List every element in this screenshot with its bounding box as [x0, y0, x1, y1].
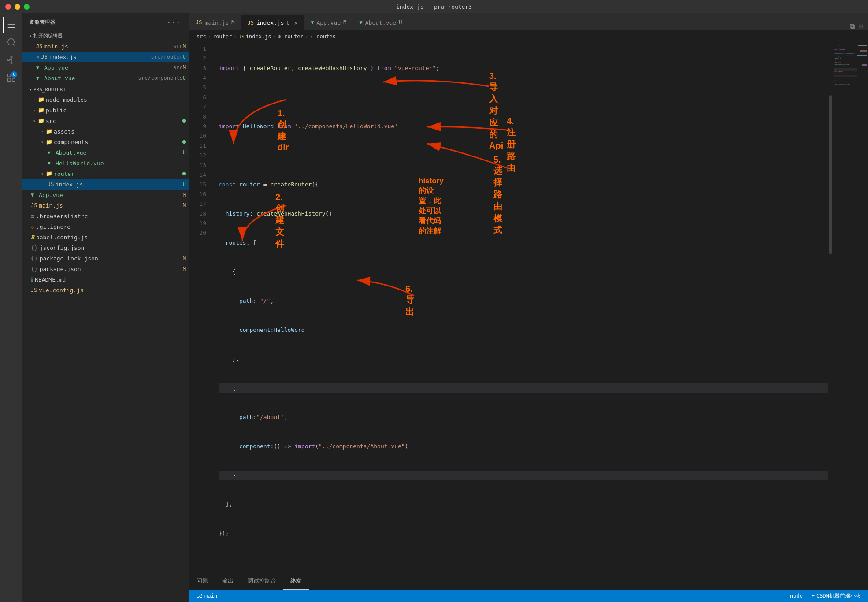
traffic-lights [5, 4, 30, 10]
arrow-icon: ▾ [29, 33, 32, 38]
open-editors-section[interactable]: ▾ 打开的编辑器 [22, 31, 189, 41]
expand-icon: › [39, 129, 46, 134]
tree-public[interactable]: › 📁 public [22, 105, 189, 115]
panel-tab-label: 问题 [197, 577, 208, 585]
tab-label: index.js [256, 19, 284, 26]
panel-tab-problems[interactable]: 问题 [189, 572, 215, 590]
csdn-status[interactable]: + CSDN机器前端小火 [810, 592, 863, 600]
tree-package-json[interactable]: {} package.json M [22, 264, 189, 274]
search-icon[interactable] [3, 34, 19, 50]
panel-tab-debug[interactable]: 调试控制台 [241, 572, 283, 590]
breadcrumb-router-var[interactable]: ⊕ router [278, 33, 304, 40]
tab-app-vue[interactable]: ▼ App.vue M [304, 15, 353, 30]
modified-badge: M [183, 43, 189, 49]
vue-icon: ▼ [36, 75, 44, 81]
file-path: src/components [137, 75, 183, 81]
tree-gitignore[interactable]: ◇ .gitignore [22, 221, 189, 232]
node-status[interactable]: node [788, 593, 805, 599]
more-options-button[interactable]: ··· [165, 17, 182, 27]
layout-button[interactable]: ⊞ [858, 22, 863, 30]
folder-label: components [54, 139, 182, 145]
tree-helloworld-vue[interactable]: ▼ HelloWorld.vue [22, 158, 189, 168]
file-label: About.vue [56, 149, 183, 156]
js-icon: JS [41, 54, 49, 60]
open-editor-main-js[interactable]: JS main.js src M [22, 41, 189, 52]
tab-about-vue[interactable]: ▼ About.vue U [353, 15, 409, 30]
tab-main-js[interactable]: JS main.js M [189, 15, 241, 30]
code-line-2 [219, 93, 833, 102]
tab-actions: ⧉ ⊞ [850, 22, 868, 30]
js-icon: JS [31, 287, 39, 293]
breadcrumb-router[interactable]: router [213, 33, 232, 40]
tab-label: About.vue [365, 19, 396, 26]
tree-main-js-root[interactable]: JS main.js M [22, 200, 189, 211]
line-numbers: 12345 678910 1112131415 1617181920 [189, 42, 211, 572]
explorer-icon[interactable] [3, 17, 19, 33]
open-editors-label: 打开的编辑器 [33, 33, 63, 39]
folder-label: router [54, 171, 182, 177]
breadcrumb-routes[interactable]: ✦ routes [310, 33, 336, 40]
tree-router[interactable]: ▾ 📁 router [22, 168, 189, 179]
file-label: babel.config.js [36, 234, 189, 241]
file-label: package.json [40, 266, 183, 272]
code-line-14: component:() => import("../components/Ab… [219, 442, 833, 451]
maximize-button[interactable] [24, 4, 30, 10]
tab-label: main.js [204, 19, 229, 26]
breadcrumb-sep: › [273, 33, 276, 40]
tab-index-js[interactable]: JS index.js U ✕ [241, 15, 304, 30]
open-editor-about-vue[interactable]: ▼ About.vue src/components U [22, 73, 189, 83]
code-line-16: ], [219, 500, 833, 509]
tree-src[interactable]: ▾ 📁 src [22, 115, 189, 126]
tree-babel-config[interactable]: B babel.config.js [22, 232, 189, 242]
panel-tab-label: 输出 [222, 577, 234, 585]
babel-icon: B [31, 234, 34, 241]
code-editor[interactable]: 12345 678910 1112131415 1617181920 impor… [189, 42, 833, 572]
breadcrumb-indexjs[interactable]: JSindex.js [239, 33, 271, 40]
diamond-icon: ◇ [31, 223, 34, 230]
scrollbar[interactable] [828, 42, 833, 572]
vue-icon: ▼ [48, 150, 56, 156]
code-line-3: import HelloWord from '../components/Hel… [219, 122, 833, 131]
extensions-icon[interactable]: 6 [3, 70, 19, 85]
breadcrumb-src[interactable]: src [197, 33, 206, 40]
tree-index-js[interactable]: JS index.js U [22, 179, 189, 190]
breadcrumb-sep: › [208, 33, 211, 40]
tree-app-vue-root[interactable]: ▼ App.vue M [22, 190, 189, 200]
open-editor-app-vue[interactable]: ▼ App.vue src M [22, 62, 189, 73]
badge: 6 [11, 71, 17, 78]
untracked-badge: U [183, 75, 189, 81]
panel-tab-terminal[interactable]: 终端 [283, 572, 309, 590]
folder-icon: 📁 [46, 128, 54, 134]
breadcrumb-sep: › [305, 33, 308, 40]
project-section[interactable]: ▾ PRA_ROUTER3 [22, 85, 189, 94]
tab-bar: JS main.js M JS index.js U ✕ ▼ App.vue M… [189, 13, 868, 31]
split-editor-button[interactable]: ⧉ [850, 22, 855, 30]
tree-readme[interactable]: ℹ README.md [22, 274, 189, 285]
node-label: node [790, 593, 803, 599]
git-branch-status[interactable]: ⎇ main [195, 593, 219, 599]
tree-about-vue[interactable]: ▼ About.vue U [22, 147, 189, 158]
minimize-button[interactable] [15, 4, 20, 10]
git-icon[interactable] [3, 52, 19, 68]
svg-rect-6 [8, 78, 11, 81]
tree-node-modules[interactable]: › 📁 node_modules [22, 94, 189, 105]
sidebar-header: 资源管理器 ··· [22, 13, 189, 31]
tree-browserslistrc[interactable]: ≡ .browserslistrc [22, 211, 189, 221]
file-label: About.vue [44, 75, 137, 82]
close-icon[interactable]: ✕ [36, 54, 39, 60]
tree-components[interactable]: ▾ 📁 components [22, 137, 189, 147]
breadcrumb: src › router › JSindex.js › ⊕ router › ✦… [189, 31, 868, 42]
modified-indicator: M [343, 19, 346, 26]
vue-icon: ▼ [31, 192, 39, 198]
code-line-8: { [219, 267, 833, 277]
tab-close-button[interactable]: ✕ [294, 19, 298, 26]
tree-assets[interactable]: › 📁 assets [22, 126, 189, 137]
close-button[interactable] [5, 4, 11, 10]
file-label: App.vue [39, 192, 183, 198]
code-line-7: routes: [ [219, 238, 833, 248]
panel-tab-output[interactable]: 输出 [215, 572, 241, 590]
tree-vue-config[interactable]: JS vue.config.js [22, 285, 189, 295]
tree-jsconfig[interactable]: {} jsconfig.json [22, 242, 189, 253]
open-editor-index-js[interactable]: ✕ JS index.js src/router U [22, 52, 189, 62]
tree-package-lock[interactable]: {} package-lock.json M [22, 253, 189, 264]
